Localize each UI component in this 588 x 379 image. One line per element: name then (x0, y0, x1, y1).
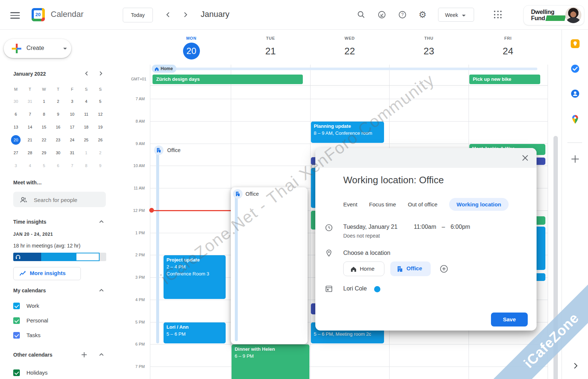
search-people-box[interactable] (13, 192, 106, 207)
tasks-icon[interactable] (570, 64, 580, 73)
mini-day[interactable]: 1 (37, 95, 51, 108)
mini-day[interactable]: 31 (65, 146, 79, 159)
mini-day[interactable]: 30 (51, 146, 65, 159)
calendar-row[interactable]: Personal (13, 317, 109, 327)
owner-calendar-color-dot[interactable] (374, 286, 380, 292)
maps-icon[interactable] (570, 115, 580, 124)
allday-event[interactable]: Pick up new bike (469, 75, 540, 84)
mini-day[interactable]: 6 (51, 159, 65, 172)
avatar[interactable] (565, 7, 581, 23)
tab-out-of-office[interactable]: Out of office (408, 201, 438, 207)
mini-day[interactable]: 6 (9, 108, 23, 120)
mini-prev-icon[interactable] (83, 70, 92, 79)
mini-day[interactable]: 10 (65, 108, 79, 120)
mini-day[interactable]: 24 (65, 133, 79, 146)
mini-day[interactable]: 7 (65, 159, 79, 172)
mini-day[interactable]: 7 (23, 108, 37, 120)
working-location-preview-panel[interactable]: Office (231, 187, 308, 344)
view-selector-dropdown[interactable]: Week (438, 8, 474, 22)
vertical-scrollbar[interactable] (553, 136, 558, 379)
mini-day[interactable]: 4 (23, 159, 37, 172)
mini-day[interactable]: 26 (93, 133, 107, 146)
event[interactable]: Planning update8 – 9 AM, Conference room (311, 122, 384, 143)
main-menu-icon[interactable] (10, 10, 21, 19)
day-number[interactable]: 22 (335, 43, 365, 59)
office-location-button[interactable]: Office (390, 261, 431, 276)
mini-day[interactable]: 19 (93, 120, 107, 133)
mini-day[interactable]: 22 (37, 133, 51, 146)
mini-day[interactable]: 8 (79, 159, 93, 172)
get-addons-icon[interactable] (570, 154, 580, 164)
mini-next-icon[interactable] (97, 70, 106, 79)
day-number[interactable]: 24 (493, 43, 523, 59)
add-location-icon[interactable] (440, 264, 448, 273)
search-icon[interactable] (357, 10, 366, 19)
calendar-checkbox[interactable] (13, 303, 20, 309)
calendar-checkbox[interactable] (13, 332, 20, 339)
mini-day[interactable]: 29 (37, 146, 51, 159)
show-side-panel-icon[interactable] (571, 362, 581, 371)
tab-working-location[interactable]: Working location (449, 198, 508, 211)
support-check-icon[interactable] (377, 10, 386, 19)
home-location-chip[interactable]: Home (152, 65, 176, 73)
mini-day[interactable]: 16 (51, 120, 65, 133)
day-number[interactable]: 20 (183, 43, 200, 59)
event[interactable]: Lori / Ann5 – 6 PM (164, 322, 226, 344)
mini-day[interactable]: 31 (23, 95, 37, 108)
event[interactable]: Dinner with Helen6 – 9 PM (232, 344, 309, 379)
office-building-icon[interactable] (154, 145, 164, 155)
mini-day[interactable]: 9 (93, 159, 107, 172)
settings-gear-icon[interactable]: ⚙ (419, 10, 427, 19)
tab-focus-time[interactable]: Focus time (369, 201, 396, 207)
mini-day[interactable]: 2 (51, 95, 65, 108)
save-button[interactable]: Save (491, 313, 528, 326)
close-icon[interactable] (520, 153, 530, 163)
next-week-icon[interactable] (181, 10, 190, 19)
calendar-checkbox[interactable] (13, 317, 20, 324)
mini-day[interactable]: 18 (79, 120, 93, 133)
more-insights-button[interactable]: More insights (13, 267, 81, 280)
mini-day[interactable]: 15 (37, 120, 51, 133)
mini-day[interactable]: 27 (9, 146, 23, 159)
mini-day[interactable]: 12 (93, 108, 107, 120)
today-button[interactable]: Today (123, 8, 153, 22)
mini-day[interactable]: 13 (9, 120, 23, 133)
mini-day[interactable]: 14 (23, 120, 37, 133)
calendar-checkbox[interactable] (13, 369, 20, 376)
mini-day[interactable]: 17 (65, 120, 79, 133)
mini-day[interactable]: 8 (37, 108, 51, 120)
home-location-button[interactable]: Home (343, 261, 384, 276)
owner-name[interactable]: Lori Cole (343, 285, 367, 292)
mini-day[interactable]: 21 (23, 133, 37, 146)
dialog-start-time[interactable]: 11:00am (414, 224, 436, 230)
account-card[interactable]: Dwelling Fund (523, 5, 584, 25)
search-people-input[interactable] (33, 195, 103, 205)
mini-day[interactable]: 5 (37, 159, 51, 172)
collapse-insights-icon[interactable] (98, 219, 104, 225)
mini-day[interactable]: 5 (93, 95, 107, 108)
mini-day[interactable]: 3 (65, 95, 79, 108)
add-calendar-icon[interactable] (80, 351, 88, 358)
calendar-row[interactable]: Work (13, 303, 109, 312)
day-number[interactable]: 21 (256, 43, 285, 59)
mini-day[interactable]: 28 (23, 146, 37, 159)
mini-day[interactable]: 25 (79, 133, 93, 146)
mini-day[interactable]: 23 (51, 133, 65, 146)
mini-day[interactable]: 11 (79, 108, 93, 120)
create-button[interactable]: Create (4, 39, 71, 58)
calendar-row[interactable]: Tasks (13, 332, 109, 342)
mini-day[interactable]: 1 (79, 146, 93, 159)
mini-day[interactable]: 4 (79, 95, 93, 108)
dialog-end-time[interactable]: 6:00pm (451, 224, 470, 230)
day-number[interactable]: 23 (414, 43, 444, 59)
help-icon[interactable]: ? (398, 10, 407, 19)
tab-event[interactable]: Event (343, 201, 357, 207)
dialog-date[interactable]: Tuesday, January 21 (343, 224, 398, 230)
mini-day[interactable]: 20 (9, 133, 23, 146)
mini-day[interactable]: 3 (9, 159, 23, 172)
mini-day[interactable]: 9 (51, 108, 65, 120)
prev-week-icon[interactable] (164, 10, 173, 19)
dialog-repeat[interactable]: Does not repeat (343, 233, 380, 239)
collapse-other-calendars-icon[interactable] (98, 352, 104, 358)
calendar-logo-icon[interactable]: 20 (32, 8, 45, 21)
